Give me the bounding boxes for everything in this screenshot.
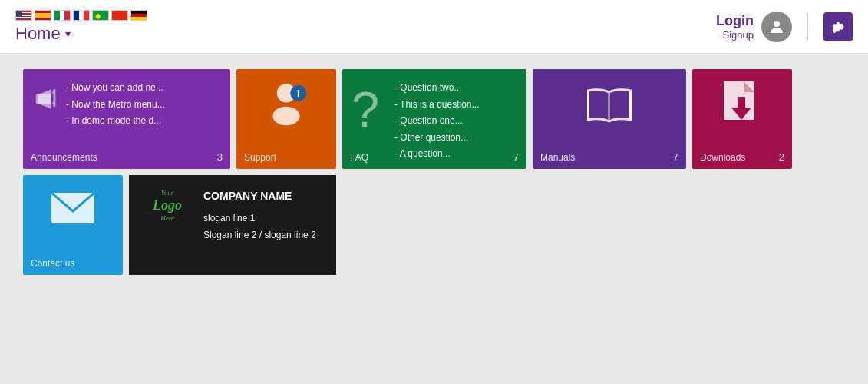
contact-label: Contact us	[31, 258, 74, 269]
header-divider	[807, 13, 808, 41]
user-avatar[interactable]	[761, 12, 792, 42]
support-icon: i	[259, 78, 313, 142]
faq-line-2: - This is a question...	[394, 97, 519, 114]
download-icon	[718, 80, 767, 134]
signup-link[interactable]: Signup	[716, 29, 754, 41]
nav-home[interactable]: Home ▾	[15, 24, 147, 44]
header: Home ▾ Login Signup	[0, 0, 868, 54]
svg-point-2	[273, 107, 300, 126]
question-mark-icon: ?	[351, 81, 379, 138]
tile-support[interactable]: i Support	[236, 69, 336, 169]
faq-line-1: - Question two...	[394, 80, 519, 97]
tiles-row-1: - Now you can add ne... - Now the Metro …	[23, 69, 845, 169]
announcement-line-2: - Now the Metro menu...	[66, 97, 223, 114]
megaphone-icon	[34, 86, 60, 118]
login-link[interactable]: Login	[716, 13, 754, 29]
tile-manuals[interactable]: Manuals 7	[533, 69, 686, 169]
tile-contact[interactable]: Contact us	[23, 175, 123, 275]
logo-main: Logo	[153, 197, 182, 214]
company-logo: Your Logo Here	[140, 187, 194, 225]
tiles-row-2: Contact us Your Logo Here COMPANY NAME s…	[23, 175, 845, 275]
downloads-count: 2	[779, 151, 784, 163]
flag-br[interactable]	[92, 10, 109, 21]
home-link[interactable]: Home	[15, 24, 61, 44]
flag-de[interactable]	[130, 10, 147, 21]
company-slogan-1: slogan line 1	[203, 210, 316, 227]
flags-row	[15, 10, 147, 21]
faq-count: 7	[513, 151, 519, 163]
company-info: COMPANY NAME slogan line 1 Slogan line 2…	[203, 187, 316, 243]
flag-fr[interactable]	[73, 10, 90, 21]
manuals-label: Manuals	[540, 152, 575, 163]
tile-faq[interactable]: ? - Question two... - This is a question…	[342, 69, 526, 169]
announcements-label: Announcements	[31, 152, 97, 163]
logo-here: Here	[153, 214, 182, 223]
downloads-label: Downloads	[700, 152, 745, 163]
faq-line-3: - Question one...	[394, 113, 519, 130]
company-name: COMPANY NAME	[203, 187, 316, 206]
flag-es[interactable]	[35, 10, 51, 21]
svg-rect-10	[730, 122, 753, 125]
main-content: - Now you can add ne... - Now the Metro …	[0, 54, 868, 296]
faq-text: - Question two... - This is a question..…	[394, 80, 519, 163]
manuals-count: 7	[673, 151, 678, 163]
header-left: Home ▾	[15, 10, 147, 44]
login-section: Login Signup	[716, 12, 792, 42]
login-text: Login Signup	[716, 13, 754, 41]
flag-cn[interactable]	[111, 10, 128, 21]
settings-button[interactable]	[823, 12, 853, 41]
mail-icon	[50, 190, 96, 235]
faq-line-4: - Other question...	[394, 130, 519, 147]
book-icon	[585, 84, 635, 137]
company-slogan-2: Slogan line 2 / slogan line 2	[203, 227, 316, 244]
svg-text:i: i	[297, 88, 299, 99]
header-right: Login Signup	[716, 12, 853, 42]
announcement-line-3: - In demo mode the d...	[66, 113, 223, 130]
announcements-text: - Now you can add ne... - Now the Metro …	[66, 80, 223, 130]
flag-it[interactable]	[54, 10, 71, 21]
support-label: Support	[244, 152, 276, 163]
announcements-count: 3	[217, 151, 223, 163]
flag-us[interactable]	[15, 10, 32, 21]
faq-line-5: - A question...	[394, 146, 519, 163]
svg-point-0	[774, 21, 780, 27]
tile-downloads[interactable]: Downloads 2	[692, 69, 792, 169]
logo-your: Your	[153, 189, 182, 197]
tile-company[interactable]: Your Logo Here COMPANY NAME slogan line …	[129, 175, 336, 275]
faq-label: FAQ	[350, 152, 368, 163]
tile-announcements[interactable]: - Now you can add ne... - Now the Metro …	[23, 69, 230, 169]
chevron-down-icon: ▾	[65, 28, 71, 40]
announcement-line-1: - Now you can add ne...	[66, 80, 223, 97]
